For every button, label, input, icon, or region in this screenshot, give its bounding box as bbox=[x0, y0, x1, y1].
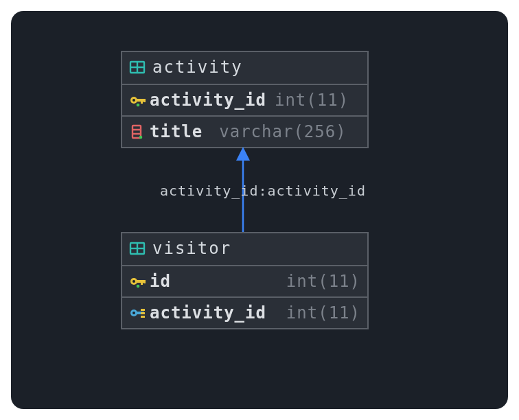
svg-rect-25 bbox=[141, 309, 145, 311]
column-visitor-id[interactable]: id int(11) bbox=[122, 266, 367, 298]
svg-point-12 bbox=[139, 136, 143, 139]
column-name: title bbox=[150, 122, 203, 141]
column-name: id bbox=[150, 272, 171, 291]
svg-rect-4 bbox=[136, 99, 144, 102]
table-icon bbox=[129, 241, 146, 256]
svg-point-20 bbox=[132, 280, 135, 283]
svg-rect-6 bbox=[143, 99, 146, 102]
svg-rect-5 bbox=[141, 99, 143, 104]
table-activity[interactable]: activity activity_id int(11) title va bbox=[121, 51, 369, 148]
table-visitor[interactable]: visitor id int(11) activi bbox=[121, 232, 369, 329]
svg-rect-19 bbox=[143, 280, 146, 283]
column-type: int(11) bbox=[286, 303, 360, 323]
table-icon bbox=[129, 60, 146, 75]
table-activity-name: activity bbox=[152, 58, 243, 77]
svg-point-21 bbox=[137, 285, 140, 288]
table-activity-header[interactable]: activity bbox=[122, 52, 367, 85]
column-name: activity_id bbox=[150, 303, 266, 323]
svg-rect-17 bbox=[136, 280, 144, 283]
svg-point-24 bbox=[132, 312, 135, 314]
er-diagram-canvas: activity activity_id int(11) title va bbox=[11, 11, 508, 409]
primary-key-icon bbox=[129, 93, 146, 108]
column-activity-activity_id[interactable]: activity_id int(11) bbox=[122, 85, 367, 117]
column-visitor-activity_id[interactable]: activity_id int(11) bbox=[122, 298, 367, 328]
column-type: int(11) bbox=[286, 272, 360, 291]
svg-point-7 bbox=[132, 99, 135, 102]
svg-rect-27 bbox=[141, 316, 145, 318]
svg-rect-9 bbox=[132, 126, 141, 138]
column-icon bbox=[129, 124, 146, 139]
column-activity-title[interactable]: title varchar(256) bbox=[122, 117, 367, 147]
primary-key-icon bbox=[129, 274, 146, 289]
table-visitor-name: visitor bbox=[152, 239, 231, 258]
svg-rect-26 bbox=[141, 312, 145, 314]
table-visitor-header[interactable]: visitor bbox=[122, 233, 367, 266]
column-type: varchar(256) bbox=[219, 122, 346, 141]
relationship-label: activity_id:activity_id bbox=[160, 183, 366, 199]
svg-rect-18 bbox=[141, 280, 143, 285]
column-name: activity_id bbox=[150, 91, 266, 110]
column-type: int(11) bbox=[275, 91, 349, 110]
foreign-key-icon bbox=[129, 305, 146, 320]
svg-point-8 bbox=[137, 104, 140, 107]
